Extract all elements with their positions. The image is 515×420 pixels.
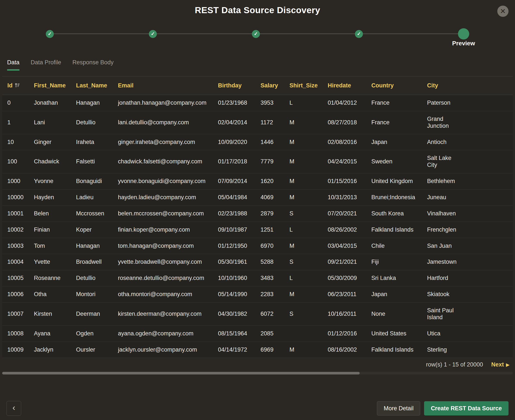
column-header-label: Country (371, 82, 394, 89)
cell-country: South Korea (368, 205, 424, 222)
column-header-birthday[interactable]: Birthday (215, 76, 257, 95)
tabs: DataData ProfileResponse Body (0, 59, 515, 71)
cell-id: 1 (2, 111, 31, 134)
cell-shirt_size: M (286, 150, 324, 173)
cell-country: United States (368, 325, 424, 342)
cell-country: Sri Lanka (368, 270, 424, 286)
cell-birthday: 01/12/1950 (215, 238, 257, 254)
cell-birthday: 04/30/1982 (215, 303, 257, 326)
cell-id: 10002 (2, 222, 31, 238)
cell-salary: 6072 (257, 303, 286, 326)
cell-birthday: 08/15/1964 (215, 325, 257, 342)
cell-shirt_size: M (286, 173, 324, 189)
cell-id: 10004 (2, 254, 31, 270)
cell-salary: 1172 (257, 111, 286, 134)
create-rest-data-source-label: Create REST Data Source (431, 405, 502, 412)
previous-step-button[interactable]: ‹ (7, 401, 21, 416)
column-header-city[interactable]: City (424, 76, 513, 95)
cell-salary: 1620 (257, 173, 286, 189)
progress-step: Preview (458, 28, 469, 39)
cell-email: yvette.broadwell@company.com (115, 254, 215, 270)
cell-salary: 3483 (257, 270, 286, 286)
cell-email: belen.mccrossen@company.com (115, 205, 215, 222)
cell-last_name: Deerman (73, 303, 115, 326)
column-header-last_name[interactable]: Last_Name (73, 76, 115, 95)
cell-city: Saint Paul Island (424, 303, 513, 326)
cell-birthday: 02/23/1988 (215, 205, 257, 222)
cell-first_name: Belen (31, 205, 73, 222)
column-header-hiredate[interactable]: Hiredate (324, 76, 368, 95)
cell-birthday: 05/14/1990 (215, 286, 257, 303)
cell-last_name: Falsetti (73, 150, 115, 173)
cell-hiredate: 04/24/2015 (324, 150, 368, 173)
table-row: 10000HaydenLadieuhayden.ladieu@company.c… (2, 189, 513, 206)
cell-shirt_size: L (286, 222, 324, 238)
cell-email: jonathan.hanagan@company.com (115, 95, 215, 111)
cell-city: Paterson (424, 95, 513, 111)
cell-email: tom.hanagan@company.com (115, 238, 215, 254)
cell-last_name: Hanagan (73, 238, 115, 254)
progress-step: ✓ (355, 30, 363, 38)
column-header-label: Email (118, 82, 133, 89)
column-header-shirt_size[interactable]: Shirt_Size (286, 76, 324, 95)
column-header-country[interactable]: Country (368, 76, 424, 95)
next-arrow-icon: ▶ (506, 362, 509, 367)
progress-step: ✓ (46, 30, 54, 38)
cell-hiredate: 05/30/2009 (324, 270, 368, 286)
cell-first_name: Yvette (31, 254, 73, 270)
create-rest-data-source-button[interactable]: Create REST Data Source (424, 401, 508, 415)
cell-first_name: Hayden (31, 189, 73, 206)
cell-birthday: 10/10/1960 (215, 270, 257, 286)
cell-hiredate: 08/16/2002 (324, 342, 368, 358)
dialog-header: REST Data Source Discovery ✕ (0, 0, 515, 16)
more-detail-button[interactable]: More Detail (377, 401, 420, 415)
next-page-link[interactable]: Next ▶ (491, 361, 509, 368)
progress-step: ✓ (149, 30, 157, 38)
tab-response-body[interactable]: Response Body (72, 59, 114, 71)
cell-shirt_size: M (286, 342, 324, 358)
cell-city: Juneau (424, 189, 513, 206)
cell-shirt_size: S (286, 303, 324, 326)
step-complete-check-icon: ✓ (355, 30, 363, 38)
cell-id: 10000 (2, 189, 31, 206)
cell-salary: 5288 (257, 254, 286, 270)
cell-birthday: 04/14/1972 (215, 342, 257, 358)
page-title: REST Data Source Discovery (0, 5, 515, 15)
column-header-first_name[interactable]: First_Name (31, 76, 73, 95)
more-detail-label: More Detail (384, 405, 414, 412)
tab-data[interactable]: Data (7, 59, 19, 71)
table-row: 1000YvonneBonaguidiyvonne.bonaguidi@comp… (2, 173, 513, 189)
cell-first_name: Lani (31, 111, 73, 134)
step-complete-check-icon: ✓ (149, 30, 157, 38)
cell-email: ayana.ogden@company.com (115, 325, 215, 342)
chevron-left-icon: ‹ (13, 403, 15, 412)
cell-birthday: 02/04/2014 (215, 111, 257, 134)
cell-first_name: Kirsten (31, 303, 73, 326)
horizontal-scrollbar-thumb[interactable] (2, 372, 360, 375)
column-header-id[interactable]: Id (2, 76, 31, 95)
cell-last_name: Ladieu (73, 189, 115, 206)
cell-country: Brunei;Indonesia (368, 189, 424, 206)
cell-salary: 2085 (257, 325, 286, 342)
cell-shirt_size (286, 325, 324, 342)
cell-country: Falkland Islands (368, 222, 424, 238)
column-header-label: First_Name (34, 82, 66, 89)
cell-first_name: Jacklyn (31, 342, 73, 358)
column-header-salary[interactable]: Salary (257, 76, 286, 95)
progress-steps: ✓✓✓✓Preview (46, 29, 469, 39)
cell-hiredate: 06/23/2011 (324, 286, 368, 303)
tab-data-profile[interactable]: Data Profile (31, 59, 61, 71)
column-header-email[interactable]: Email (115, 76, 215, 95)
cell-id: 0 (2, 95, 31, 111)
cell-salary: 4069 (257, 189, 286, 206)
table-row: 10004YvetteBroadwellyvette.broadwell@com… (2, 254, 513, 270)
cell-birthday: 07/09/2014 (215, 173, 257, 189)
cell-salary: 2879 (257, 205, 286, 222)
cell-salary: 3953 (257, 95, 286, 111)
cell-id: 10008 (2, 325, 31, 342)
table-row: 10005RoseanneDetullioroseanne.detullio@c… (2, 270, 513, 286)
cell-last_name: Broadwell (73, 254, 115, 270)
close-button[interactable]: ✕ (497, 6, 508, 17)
cell-id: 10003 (2, 238, 31, 254)
cell-first_name: Chadwick (31, 150, 73, 173)
